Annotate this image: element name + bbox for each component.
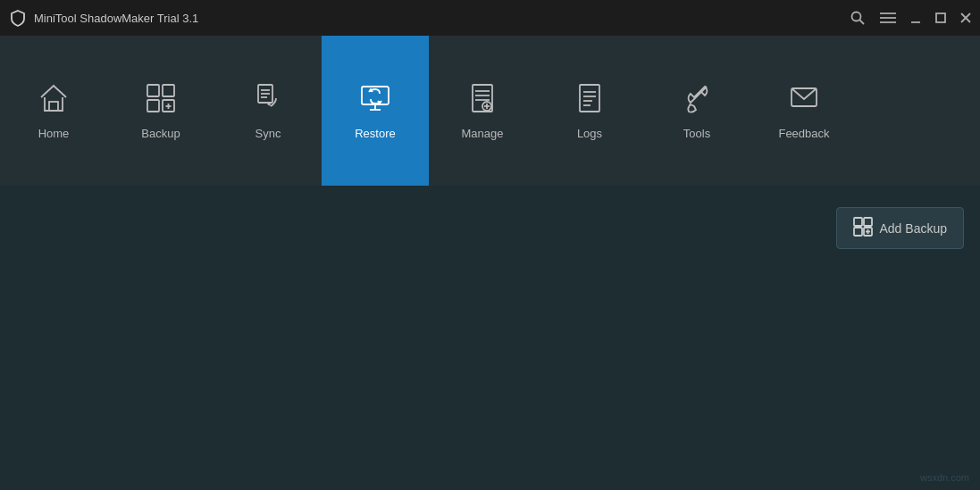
nav-label-tools: Tools [683,127,710,140]
nav-label-restore: Restore [355,127,396,140]
svg-rect-30 [580,85,599,112]
main-content: Add Backup wsxdn.com [0,186,980,490]
backup-icon [144,81,178,120]
logs-icon [573,81,607,120]
nav-label-feedback: Feedback [778,127,829,140]
nav-item-logs[interactable]: Logs [536,36,643,186]
restore-icon [358,81,392,120]
nav-bar: Home Backup Sync [0,36,980,186]
title-bar-controls [850,10,971,26]
menu-icon[interactable] [880,12,896,24]
svg-rect-39 [854,228,862,236]
nav-label-logs: Logs [577,127,602,140]
sync-icon [251,81,285,120]
feedback-icon [787,81,821,120]
add-backup-icon [853,217,873,239]
svg-line-1 [860,21,865,25]
svg-rect-6 [936,13,945,22]
nav-item-manage[interactable]: Manage [429,36,536,186]
nav-label-sync: Sync [255,127,281,140]
nav-label-backup: Backup [141,127,180,140]
svg-point-0 [852,12,861,21]
nav-item-backup[interactable]: Backup [107,36,214,186]
maximize-button[interactable] [935,12,946,23]
search-icon[interactable] [850,10,866,26]
svg-rect-9 [49,102,58,111]
title-bar-left: MiniTool ShadowMaker Trial 3.1 [9,9,198,27]
nav-label-manage: Manage [462,127,504,140]
title-bar: MiniTool ShadowMaker Trial 3.1 [0,0,980,36]
svg-rect-10 [147,85,159,96]
tools-icon [680,81,714,120]
app-title: MiniTool ShadowMaker Trial 3.1 [34,12,198,25]
app-icon [9,9,27,27]
home-icon [37,81,71,120]
nav-item-restore[interactable]: Restore [322,36,429,186]
nav-label-home: Home [38,127,70,140]
nav-item-feedback[interactable]: Feedback [750,36,858,186]
svg-rect-11 [163,85,174,96]
nav-item-sync[interactable]: Sync [214,36,322,186]
svg-rect-37 [854,218,862,226]
manage-icon [465,81,499,120]
minimize-button[interactable] [910,12,921,23]
nav-item-tools[interactable]: Tools [643,36,750,186]
watermark: wsxdn.com [920,472,969,483]
close-button[interactable] [960,12,971,23]
nav-item-home[interactable]: Home [0,36,107,186]
add-backup-label: Add Backup [880,221,948,236]
svg-rect-12 [147,100,159,112]
add-backup-button[interactable]: Add Backup [836,207,965,249]
svg-rect-38 [864,218,872,226]
